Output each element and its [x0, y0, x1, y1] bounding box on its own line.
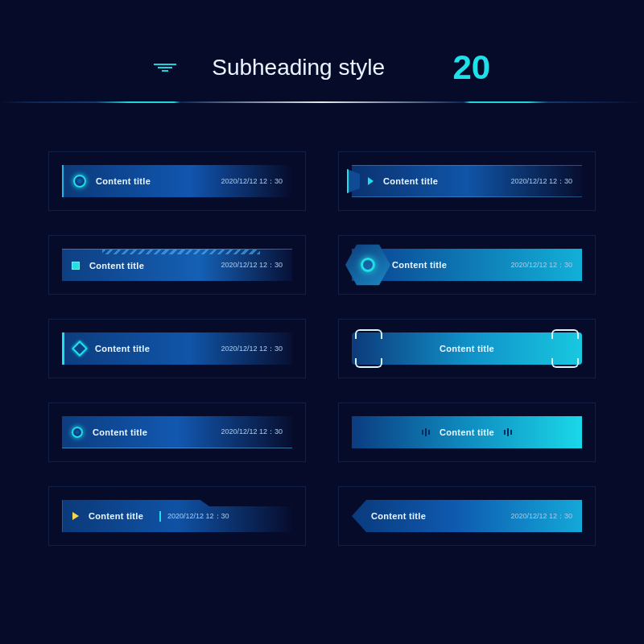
banner-label: Content title — [392, 260, 447, 270]
style-card-10[interactable]: Content title 2020/12/12 12：30 — [338, 486, 596, 546]
banner-8: Content title — [352, 332, 582, 365]
equalizer-icon — [504, 428, 512, 436]
header-divider — [0, 101, 644, 103]
style-card-1[interactable]: Content title 2020/12/12 12：30 — [48, 151, 306, 211]
banner-6: Content title 2020/12/12 12：30 — [352, 165, 582, 197]
play-icon — [368, 177, 374, 185]
banner-label: Content title — [440, 427, 494, 437]
diamond-icon — [72, 341, 88, 357]
style-card-6[interactable]: Content title 2020/12/12 12：30 — [338, 151, 596, 211]
banner-label: Content title — [93, 427, 147, 437]
banner-timestamp: 2020/12/12 12：30 — [221, 344, 283, 354]
style-count: 20 — [453, 48, 491, 87]
page-title: Subheading style — [212, 55, 385, 80]
banner-label: Content title — [89, 261, 144, 270]
banner-label: Content title — [96, 176, 151, 186]
banner-2: Content title 2020/12/12 12：30 — [62, 249, 292, 281]
banner-label: Content title — [95, 344, 150, 353]
banner-timestamp: 2020/12/12 12：30 — [221, 260, 283, 270]
square-icon — [72, 262, 80, 270]
decor-lines-icon — [154, 62, 176, 73]
banner-timestamp: 2020/12/12 12：30 — [510, 260, 572, 270]
banner-label: Content title — [440, 344, 494, 353]
ring-icon — [72, 427, 83, 438]
style-card-7[interactable]: Content title 2020/12/12 12：30 — [338, 235, 596, 295]
banner-timestamp: 2020/12/12 12：30 — [510, 511, 572, 522]
banner-3: Content title 2020/12/12 12：30 — [62, 332, 292, 365]
banner-timestamp: 2020/12/12 12：30 — [159, 511, 229, 522]
banner-7: Content title 2020/12/12 12：30 — [352, 249, 582, 281]
triangle-icon — [72, 512, 79, 520]
banner-10: Content title 2020/12/12 12：30 — [352, 500, 582, 532]
style-card-5[interactable]: Content title 2020/12/12 12：30 — [48, 486, 306, 546]
banner-4: Content title 2020/12/12 12：30 — [62, 416, 292, 448]
banner-label: Content title — [89, 511, 143, 521]
style-card-3[interactable]: Content title 2020/12/12 12：30 — [48, 319, 306, 378]
banner-5: Content title 2020/12/12 12：30 — [62, 500, 292, 532]
banner-label: Content title — [371, 511, 426, 521]
banner-timestamp: 2020/12/12 12：30 — [221, 427, 283, 437]
header: Subheading style 20 — [0, 0, 644, 103]
style-card-9[interactable]: Content title — [338, 402, 596, 462]
banner-label: Content title — [383, 176, 438, 186]
ring-icon — [73, 175, 86, 188]
banner-9: Content title — [352, 416, 582, 448]
equalizer-icon — [422, 428, 430, 436]
hexagon-icon — [345, 242, 390, 287]
style-grid: Content title 2020/12/12 12：30 Content t… — [0, 103, 644, 546]
banner-timestamp: 2020/12/12 12：30 — [221, 176, 283, 187]
banner-1: Content title 2020/12/12 12：30 — [62, 165, 292, 197]
style-card-8[interactable]: Content title — [338, 319, 596, 378]
style-card-2[interactable]: Content title 2020/12/12 12：30 — [48, 235, 306, 295]
banner-timestamp: 2020/12/12 12：30 — [510, 176, 572, 187]
style-card-4[interactable]: Content title 2020/12/12 12：30 — [48, 402, 306, 462]
